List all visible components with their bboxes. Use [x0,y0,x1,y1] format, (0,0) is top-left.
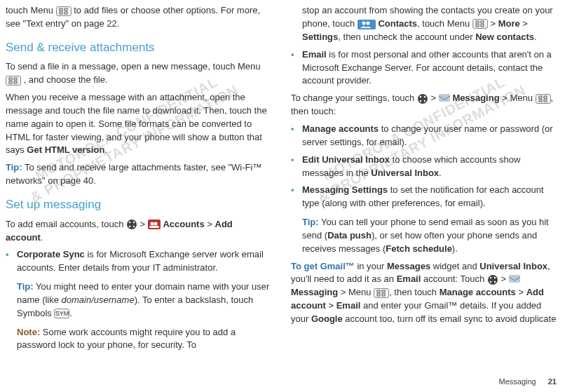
list-item: Manage accounts to change your user name… [291,123,557,149]
messaging-icon [509,273,520,287]
text: ). [452,243,458,254]
text: To change your settings, touch [291,93,417,103]
svg-rect-7 [14,81,17,83]
launcher-icon [417,92,428,105]
svg-rect-6 [9,81,12,83]
svg-rect-16 [149,226,159,228]
accounts-label: Accounts [163,219,204,229]
svg-point-36 [494,277,496,278]
bullet-list: Manage accounts to change your user name… [291,123,557,256]
menu-icon [536,94,551,104]
svg-point-24 [418,94,428,104]
svg-point-9 [129,222,130,223]
note-paragraph: Note: Some work accounts might require y… [17,326,271,353]
paragraph: To send a file in a message, open a new … [6,60,271,87]
tip-paragraph: Tip: You might need to enter your domain… [17,281,271,320]
svg-point-18 [362,21,365,25]
menu-icon [374,288,389,298]
left-column: touch Menu to add files or choose other … [6,0,271,356]
tip-label: Tip: [6,162,22,173]
page-body: touch Menu to add files or choose other … [0,0,572,356]
email-label: Email [302,49,327,60]
footer-section: Messaging [498,377,536,386]
svg-rect-43 [382,294,385,296]
tip-paragraph: Tip: To send and receive large attachmen… [6,161,271,188]
manage-accounts-label: Manage accounts [302,123,379,134]
text: account: Touch [421,273,486,284]
new-contacts-label: New contacts [475,32,534,42]
text: To send and receive large attachments fa… [6,162,261,186]
svg-point-11 [129,226,130,227]
svg-rect-33 [544,100,547,102]
svg-point-34 [488,275,498,285]
svg-point-37 [490,281,491,283]
more-label: More [498,18,520,29]
svg-rect-42 [377,294,380,296]
svg-rect-29 [439,94,450,102]
svg-rect-40 [377,290,380,292]
page-footer: Messaging 21 [498,377,557,388]
heading-setup-messaging: Set up messaging [6,196,271,214]
svg-point-27 [420,100,421,102]
right-column: stop an account from showing the contact… [291,0,557,356]
messaging-icon [439,92,450,105]
launcher-icon [126,218,137,231]
svg-rect-21 [481,21,484,23]
text: account too, turn off its email sync to … [343,313,557,324]
messaging-label: Messaging [452,93,499,103]
svg-point-38 [494,281,496,283]
paragraph: To change your settings, touch > Messagi… [291,92,557,119]
label-get-html: Get HTML version [27,144,104,155]
paragraph: When you receive a message with an attac… [6,91,271,157]
list-item: Corporate Sync is for Microsoft Exchange… [6,248,271,352]
svg-rect-23 [481,25,484,27]
data-push-label: Data push [327,230,372,241]
svg-rect-22 [476,25,479,27]
tip-paragraph: Tip: You can tell your phone to send ema… [302,216,557,256]
text: Some work accounts might require you to … [17,327,236,351]
svg-point-28 [424,100,425,102]
settings-label: Settings [302,32,338,42]
svg-point-8 [127,219,137,229]
list-item: Email is for most personal and other acc… [291,48,557,88]
svg-point-26 [424,96,425,97]
fetch-schedule-label: Fetch schedule [386,243,452,254]
text: is for most personal and other accounts … [302,49,552,86]
launcher-icon [487,273,498,287]
text: widget and [430,261,479,271]
get-gmail-heading: To get Gmail™ [291,261,355,271]
svg-rect-30 [539,96,542,98]
heading-send-receive: Send & receive attachments [6,39,271,57]
list-item: Messaging Settings to set the notificati… [291,184,557,255]
menu-icon [6,76,21,86]
contacts-icon [358,18,376,31]
messaging-label: Messaging [291,287,338,297]
svg-point-12 [133,226,135,227]
text: , touch Menu [417,18,472,29]
menu-icon [472,19,488,29]
svg-rect-4 [9,78,12,80]
svg-rect-1 [64,8,67,11]
contacts-label: Contacts [378,18,417,29]
universal-inbox-label: Universal Inbox [479,261,547,271]
domain-username-example: domain/username [62,295,135,305]
svg-point-19 [366,21,369,25]
text: , and choose the file. [24,74,108,85]
menu-icon [56,6,72,16]
paragraph: To add email accounts, touch > Accounts … [6,218,271,245]
text: , then touch [389,287,440,297]
edit-universal-inbox-label: Edit Universal Inbox [302,154,390,165]
email-label: Email [336,300,361,311]
svg-point-25 [420,96,421,97]
paragraph: stop an account from showing the contact… [291,4,557,44]
messages-widget-label: Messages [387,261,430,271]
svg-rect-20 [476,21,479,23]
accounts-icon [148,218,161,231]
svg-rect-32 [539,100,542,102]
text: , then uncheck the account under [338,32,475,42]
email-label: Email [397,273,421,284]
svg-rect-41 [382,290,385,292]
tip-label: Tip: [302,217,319,227]
page-number: 21 [548,377,557,386]
universal-inbox-label: Universal Inbox [371,168,439,178]
